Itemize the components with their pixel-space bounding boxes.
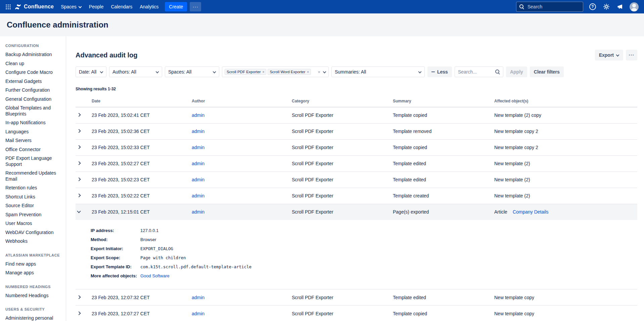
nav-item-calendars[interactable]: Calendars bbox=[107, 0, 136, 13]
date-filter[interactable]: Date: All bbox=[76, 66, 106, 77]
author-link[interactable]: admin bbox=[192, 193, 204, 198]
less-button[interactable]: Less bbox=[427, 66, 452, 77]
table-row: 23 Feb 2023, 15:02:41 CETadminScroll PDF… bbox=[76, 107, 637, 123]
settings-gear-icon[interactable] bbox=[602, 2, 611, 11]
cell-author: admin bbox=[192, 172, 292, 188]
sidebar-item[interactable]: Spam Prevention bbox=[5, 212, 61, 218]
sidebar-item[interactable]: WebDAV Configuration bbox=[5, 230, 61, 236]
author-link[interactable]: admin bbox=[192, 177, 204, 182]
expand-row-icon[interactable] bbox=[77, 145, 81, 149]
author-link[interactable]: admin bbox=[192, 112, 204, 118]
sidebar-item[interactable]: Manage apps bbox=[5, 270, 61, 276]
app-switcher-icon[interactable] bbox=[3, 2, 13, 12]
nav-search-input[interactable] bbox=[527, 4, 580, 10]
sidebar-item[interactable]: External Gadgets bbox=[5, 79, 61, 85]
header-actions: Export ··· bbox=[595, 50, 637, 60]
expand-row-icon[interactable] bbox=[77, 113, 81, 117]
detail-value: Page with children bbox=[140, 253, 186, 262]
chevron-down-icon bbox=[418, 71, 421, 74]
detail-value: 127.0.0.1 bbox=[140, 226, 158, 235]
sidebar-item[interactable]: Further Configuration bbox=[5, 87, 61, 93]
sidebar-item[interactable]: Global Templates and Blueprints bbox=[5, 105, 61, 117]
detail-line: Export Scope:Page with children bbox=[91, 253, 637, 262]
cell-category: Scroll PDF Exporter bbox=[292, 306, 393, 321]
cell-category: Scroll PDF Exporter bbox=[292, 155, 393, 172]
avatar[interactable] bbox=[630, 2, 639, 11]
more-actions-button[interactable]: ··· bbox=[626, 50, 637, 60]
expand-row-icon[interactable] bbox=[77, 129, 81, 133]
table-head: DateAuthorCategorySummaryAffected object… bbox=[76, 95, 637, 107]
minus-icon bbox=[431, 72, 435, 72]
sidebar-item[interactable]: Webhooks bbox=[5, 238, 61, 244]
sidebar-item[interactable]: Clean up bbox=[5, 61, 61, 67]
remove-tag-icon[interactable]: × bbox=[263, 70, 265, 74]
author-link[interactable]: admin bbox=[192, 209, 204, 215]
collapse-row-icon[interactable] bbox=[77, 210, 81, 214]
author-link[interactable]: admin bbox=[192, 311, 204, 316]
author-link[interactable]: admin bbox=[192, 161, 204, 166]
filter-tag-label: Scroll PDF Exporter bbox=[227, 70, 261, 74]
affected-object-label: New template copy 2 bbox=[494, 145, 538, 150]
apply-button[interactable]: Apply bbox=[506, 66, 527, 77]
expand-row-icon[interactable] bbox=[77, 312, 81, 315]
sidebar-item[interactable]: General Configuration bbox=[5, 96, 61, 102]
expand-row-icon[interactable] bbox=[77, 178, 81, 181]
sidebar-item[interactable]: User Macros bbox=[5, 221, 61, 227]
chevron-down-icon bbox=[156, 71, 159, 74]
affected-object-link[interactable]: Company Details bbox=[513, 209, 549, 215]
sidebar-item[interactable]: Backup Administration bbox=[5, 52, 61, 58]
more-affected-object-link[interactable]: Good Software bbox=[140, 273, 170, 278]
cell-date: 23 Feb 2023, 12:15:01 CET bbox=[92, 204, 192, 220]
sidebar-item[interactable]: Retention rules bbox=[5, 185, 61, 191]
cell-summary: Template removed bbox=[393, 123, 494, 139]
cell-affected: New template copy 2 bbox=[494, 139, 637, 155]
column-header: Date bbox=[92, 95, 192, 107]
export-button[interactable]: Export bbox=[595, 50, 623, 60]
navbar-right: ? bbox=[516, 2, 639, 12]
author-link[interactable]: admin bbox=[192, 129, 204, 134]
cell-summary: Template edited bbox=[393, 172, 494, 188]
sidebar-item[interactable]: Shortcut Links bbox=[5, 194, 61, 200]
sidebar-item[interactable]: Numbered Headings bbox=[5, 293, 61, 299]
section-title: Advanced audit log bbox=[76, 51, 137, 59]
categories-filter[interactable]: Scroll PDF Exporter×Scroll Word Exporter… bbox=[222, 66, 329, 77]
sidebar-item[interactable]: PDF Export Language Support bbox=[5, 155, 61, 167]
cell-author: admin bbox=[192, 188, 292, 204]
author-link[interactable]: admin bbox=[192, 145, 204, 150]
sidebar-item[interactable]: In-app Notifications bbox=[5, 120, 61, 126]
sidebar-item[interactable]: Languages bbox=[5, 129, 61, 135]
sidebar-item[interactable]: Office Connector bbox=[5, 147, 61, 153]
remove-tag-icon[interactable]: × bbox=[307, 70, 309, 74]
expand-row-icon[interactable] bbox=[77, 162, 81, 165]
content-header: Advanced audit log Export ··· bbox=[76, 50, 637, 60]
announcements-icon[interactable] bbox=[616, 2, 625, 11]
cell-expand bbox=[76, 306, 92, 321]
results-count: Showing results 1-32 bbox=[76, 87, 637, 91]
sidebar-item[interactable]: Source Editor bbox=[5, 203, 61, 209]
sidebar-item[interactable]: Recommended Updates Email bbox=[5, 170, 61, 182]
question-mark-glyph: ? bbox=[589, 3, 596, 10]
spaces-filter[interactable]: Spaces: All bbox=[165, 66, 219, 77]
confluence-logo[interactable]: Confluence bbox=[13, 3, 57, 10]
summaries-filter[interactable]: Summaries: All bbox=[331, 66, 425, 77]
nav-item-analytics[interactable]: Analytics bbox=[136, 0, 162, 13]
help-icon[interactable]: ? bbox=[588, 2, 597, 11]
sidebar-item[interactable]: Find new apps bbox=[5, 261, 61, 267]
nav-search[interactable] bbox=[516, 2, 583, 12]
sidebar-item[interactable]: Configure Code Macro bbox=[5, 70, 61, 76]
categories-filter-controls: × bbox=[318, 70, 326, 74]
sidebar-item[interactable]: Mail Servers bbox=[5, 138, 61, 144]
clear-filters-button[interactable]: Clear filters bbox=[530, 66, 564, 77]
nav-item-people[interactable]: People bbox=[85, 0, 107, 13]
expand-row-icon[interactable] bbox=[77, 295, 81, 299]
authors-filter[interactable]: Authors: All bbox=[109, 66, 162, 77]
author-link[interactable]: admin bbox=[192, 295, 204, 300]
expand-row-icon[interactable] bbox=[77, 194, 81, 197]
create-button[interactable]: Create bbox=[165, 2, 187, 11]
clear-selection-icon[interactable]: × bbox=[318, 70, 320, 74]
nav-item-spaces[interactable]: Spaces bbox=[57, 0, 85, 13]
column-header: Category bbox=[292, 95, 393, 107]
nav-more-button[interactable]: ··· bbox=[190, 2, 201, 11]
sidebar-item[interactable]: Administering personal access tokens bbox=[5, 315, 61, 321]
main-content: Advanced audit log Export ··· Date: All … bbox=[66, 36, 644, 321]
